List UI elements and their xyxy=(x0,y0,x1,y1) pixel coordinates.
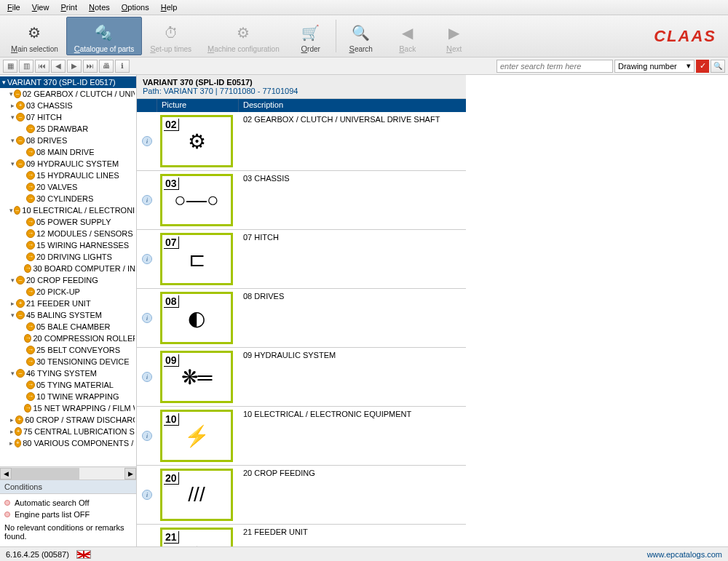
tree-node[interactable]: →15 WIRING HARNESSES xyxy=(0,239,136,251)
part-thumbnail[interactable]: 20/// xyxy=(160,469,233,521)
part-thumbnail[interactable]: 10⚡ xyxy=(160,410,233,462)
bullet-icon: + xyxy=(15,415,23,424)
menu-notes[interactable]: Notes xyxy=(89,3,110,12)
tree-node[interactable]: →25 DRAWBAR xyxy=(0,123,136,135)
part-thumbnail[interactable]: 08◐ xyxy=(160,292,233,344)
nav-first-icon[interactable]: ⏮ xyxy=(35,60,50,73)
info-icon[interactable]: i xyxy=(142,195,152,205)
tree-node[interactable]: →30 TENSIONING DEVICE xyxy=(0,356,136,367)
menu-view[interactable]: View xyxy=(32,3,50,12)
brand-logo: CLAAS xyxy=(654,27,716,46)
bullet-icon: → xyxy=(24,404,31,413)
tree-hscrollbar[interactable]: ◀ ▶ xyxy=(0,466,136,480)
menu-options[interactable]: Options xyxy=(122,3,149,12)
bullet-icon: → xyxy=(26,241,35,250)
info-icon[interactable]: i xyxy=(142,136,152,146)
scroll-left-icon[interactable]: ◀ xyxy=(0,468,12,480)
part-thumbnail[interactable]: 21✷ xyxy=(160,528,233,546)
tree-node[interactable]: ▾–08 DRIVES xyxy=(0,135,136,146)
view-list-icon[interactable]: ▦ xyxy=(3,60,17,73)
condition-item[interactable]: Automatic search Off xyxy=(4,497,132,509)
tree-node[interactable]: ▾–02 GEARBOX / CLUTCH / UNIVERSAL D xyxy=(0,88,136,100)
tree-node[interactable]: →30 BOARD COMPUTER / INDICATOR xyxy=(0,263,136,274)
tree-node[interactable]: →20 COMPRESSION ROLLERS / GUID xyxy=(0,333,136,344)
tree-node[interactable]: →20 PICK-UP xyxy=(0,286,136,298)
toolbar-main-selection[interactable]: ⚙Main selection xyxy=(3,17,66,55)
tree-node[interactable]: ▸+21 FEEDER UNIT xyxy=(0,298,136,309)
search-type-dropdown[interactable]: Drawing number▾ xyxy=(614,60,695,73)
toolbar-catalogue-of-parts[interactable]: 🔩Catalogue of parts xyxy=(66,17,142,55)
nav-next-icon[interactable]: ▶ xyxy=(67,60,82,73)
toolbar-next: ▶Next xyxy=(431,17,478,55)
table-row[interactable]: i09❋═09 HYDRAULIC SYSTEM xyxy=(137,348,466,407)
tree-node[interactable]: →20 DRIVING LIGHTS xyxy=(0,251,136,263)
tree-node[interactable]: →15 NET WRAPPING / FILM WRAPPIN xyxy=(0,402,136,414)
part-art-icon: ○—○ xyxy=(162,176,231,224)
info-icon[interactable]: ℹ xyxy=(115,60,130,73)
tree-node[interactable]: →25 BELT CONVEYORS xyxy=(0,344,136,356)
tree-node[interactable]: →10 TWINE WRAPPING xyxy=(0,391,136,402)
info-icon[interactable]: i xyxy=(142,431,152,441)
info-icon[interactable]: i xyxy=(142,490,152,500)
footer-url: www.epcatalogs.com xyxy=(647,550,722,559)
tree-node[interactable]: →05 BALE CHAMBER xyxy=(0,321,136,333)
part-thumbnail[interactable]: 03○—○ xyxy=(160,174,233,226)
info-icon[interactable]: i xyxy=(142,372,152,382)
part-art-icon: ⊏ xyxy=(162,235,231,283)
print-icon[interactable]: 🖶 xyxy=(99,60,114,73)
part-thumbnail[interactable]: 02⚙ xyxy=(160,115,233,167)
tree-node[interactable]: ▾–45 BALING SYSTEM xyxy=(0,309,136,321)
statusbar: 6.16.4.25 (00587) www.epcatalogs.com xyxy=(0,546,728,561)
bullet-icon: – xyxy=(16,113,25,122)
tree-node[interactable]: →15 HYDRAULIC LINES xyxy=(0,170,136,181)
menu-file[interactable]: File xyxy=(7,3,20,12)
table-row[interactable]: i07⊏07 HITCH xyxy=(137,230,466,289)
toolbar-search[interactable]: 🔍Search xyxy=(338,17,384,55)
main-header: VARIANT 370 (SPL-ID E0517) Path: VARIANT… xyxy=(137,75,466,99)
table-row[interactable]: i08◐08 DRIVES xyxy=(137,289,466,348)
part-thumbnail[interactable]: 07⊏ xyxy=(160,233,233,285)
col-description[interactable]: Description xyxy=(239,99,466,112)
scroll-right-icon[interactable]: ▶ xyxy=(124,468,136,480)
row-description: 07 HITCH xyxy=(239,230,466,288)
nav-prev-icon[interactable]: ◀ xyxy=(51,60,66,73)
tree-node[interactable]: ▾–09 HYDRAULIC SYSTEM xyxy=(0,158,136,170)
table-row[interactable]: i21✷21 FEEDER UNIT xyxy=(137,525,466,546)
flag-uk-icon[interactable] xyxy=(76,550,91,559)
tree-node[interactable]: ▸+75 CENTRAL LUBRICATION SYSTEM xyxy=(0,426,136,437)
nav-last-icon[interactable]: ⏭ xyxy=(83,60,98,73)
tree-node[interactable]: →30 CYLINDERS xyxy=(0,193,136,204)
search-input[interactable] xyxy=(496,60,613,73)
table-row[interactable]: i02⚙02 GEARBOX / CLUTCH / UNIVERSAL DRIV… xyxy=(137,112,466,171)
toolbar-icon: ⏱ xyxy=(161,23,181,43)
tree-node[interactable]: →05 POWER SUPPLY xyxy=(0,216,136,228)
view-grid-icon[interactable]: ▥ xyxy=(19,60,33,73)
toolbar-set-up-times: ⏱Set-up times xyxy=(142,17,199,55)
tree-node[interactable]: ▾–20 CROP FEEDING xyxy=(0,274,136,286)
info-icon[interactable]: i xyxy=(142,313,152,323)
tree-node[interactable]: ▾–10 ELECTRICAL / ELECTRONIC EQUIPME xyxy=(0,204,136,216)
tree-node[interactable]: →05 TYING MATERIAL xyxy=(0,379,136,391)
bullet-icon: – xyxy=(16,136,25,145)
table-row[interactable]: i20///20 CROP FEEDING xyxy=(137,466,466,525)
info-icon[interactable]: i xyxy=(142,254,152,264)
tree-node[interactable]: ▸+03 CHASSIS xyxy=(0,100,136,111)
tree-node[interactable]: ▾–07 HITCH xyxy=(0,111,136,123)
search-settings-icon[interactable]: 🔍 xyxy=(711,60,725,73)
tree-node[interactable]: →12 MODULES / SENSORS xyxy=(0,228,136,239)
search-go-button[interactable]: ✓ xyxy=(696,60,709,73)
tree-node[interactable]: →08 MAIN DRIVE xyxy=(0,146,136,158)
table-row[interactable]: i03○—○03 CHASSIS xyxy=(137,171,466,230)
tree-node[interactable]: ▾–46 TYING SYSTEM xyxy=(0,367,136,379)
tree-node[interactable]: ▸+80 VARIOUS COMPONENTS / MACHINI xyxy=(0,437,136,449)
tree-node[interactable]: →20 VALVES xyxy=(0,181,136,193)
toolbar-order[interactable]: 🛒Order xyxy=(288,17,334,55)
menu-help[interactable]: Help xyxy=(161,3,178,12)
part-thumbnail[interactable]: 09❋═ xyxy=(160,351,233,403)
tree-node[interactable]: ▸+60 CROP / STRAW DISCHARGE xyxy=(0,414,136,426)
menu-print[interactable]: Print xyxy=(60,3,77,12)
tree-root[interactable]: ▾VARIANT 370 (SPL-ID E0517) xyxy=(0,76,136,88)
col-picture[interactable]: Picture xyxy=(157,99,239,112)
table-row[interactable]: i10⚡10 ELECTRICAL / ELECTRONIC EQUIPMENT xyxy=(137,407,466,466)
condition-item[interactable]: Engine parts list OFF xyxy=(4,509,132,520)
